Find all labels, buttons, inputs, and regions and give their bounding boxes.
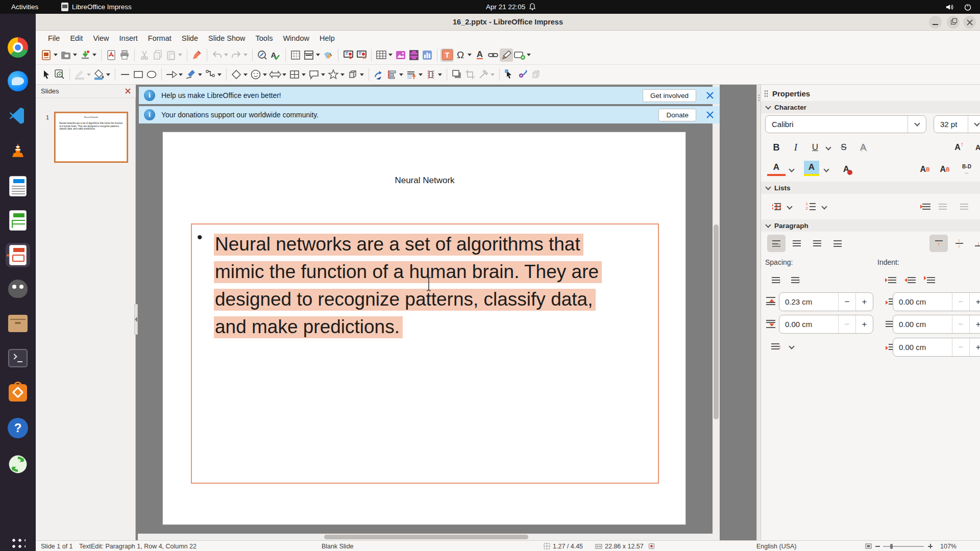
above-spacing-minus[interactable]: − bbox=[838, 293, 855, 311]
line-color-icon[interactable] bbox=[73, 68, 86, 81]
dock-software-center-icon[interactable] bbox=[6, 381, 30, 405]
dock-libreoffice-calc-icon[interactable] bbox=[6, 208, 30, 233]
increase-indent-button[interactable] bbox=[881, 271, 900, 289]
strikethrough-button[interactable]: S bbox=[835, 139, 853, 156]
shadow-button[interactable]: A bbox=[854, 139, 872, 156]
symbol-shapes-icon[interactable] bbox=[249, 68, 262, 81]
language-status[interactable]: English (USA) bbox=[756, 541, 797, 551]
text-line[interactable]: mimic the function of a human brain. The… bbox=[214, 258, 602, 286]
zoom-slider[interactable] bbox=[883, 541, 924, 551]
after-indent-minus[interactable]: − bbox=[952, 315, 969, 333]
show-draw-functions-icon[interactable] bbox=[500, 48, 513, 62]
minimize-button[interactable] bbox=[929, 16, 942, 29]
window-titlebar[interactable]: 16_2.pptx - LibreOffice Impress bbox=[36, 14, 980, 31]
crop-image-icon[interactable] bbox=[463, 68, 477, 81]
highlight-color-button[interactable]: A bbox=[804, 161, 819, 176]
below-spacing-minus[interactable]: − bbox=[838, 315, 855, 333]
paragraph-section-header[interactable]: Paragraph bbox=[761, 219, 980, 232]
font-size-dropdown[interactable] bbox=[968, 116, 980, 133]
first-line-indent-plus[interactable]: + bbox=[969, 338, 980, 356]
sidebar-grip[interactable] bbox=[756, 85, 761, 540]
insert-chart-icon[interactable] bbox=[421, 48, 434, 62]
clock[interactable]: Apr 21 22:05 bbox=[486, 0, 536, 14]
rectangle-icon[interactable] bbox=[132, 68, 145, 81]
before-indent-minus[interactable]: − bbox=[952, 293, 969, 311]
dock-libreoffice-writer-icon[interactable] bbox=[6, 174, 30, 198]
move-down-button[interactable] bbox=[975, 198, 980, 215]
menu-edit[interactable]: Edit bbox=[65, 33, 88, 44]
dock-chrome-icon[interactable] bbox=[6, 35, 30, 60]
new-presentation-icon[interactable] bbox=[40, 48, 53, 62]
insert-image-icon[interactable] bbox=[394, 48, 407, 62]
edit-mode-icon[interactable] bbox=[322, 48, 335, 62]
select-icon[interactable] bbox=[40, 68, 53, 81]
menu-tools[interactable]: Tools bbox=[251, 33, 278, 44]
dock-vlc-icon[interactable] bbox=[6, 138, 30, 163]
superscript-button[interactable]: AB bbox=[916, 161, 934, 178]
to-3d-icon[interactable] bbox=[529, 68, 543, 81]
zoom-pan-icon[interactable] bbox=[53, 68, 66, 81]
donate-button[interactable]: Donate bbox=[658, 109, 696, 121]
decrease-indent-button[interactable] bbox=[901, 271, 919, 289]
slides-panel-close-icon[interactable] bbox=[125, 88, 131, 94]
increase-spacing-button[interactable]: ↕ bbox=[767, 271, 786, 289]
below-spacing-field[interactable]: 0.00 cm − + bbox=[779, 315, 873, 334]
dock-resources-icon[interactable] bbox=[6, 452, 30, 477]
line-spacing-button[interactable]: ↕ bbox=[767, 338, 786, 355]
dock-app-grid-icon[interactable] bbox=[6, 532, 30, 551]
move-up-button[interactable] bbox=[955, 198, 973, 215]
lists-section-header[interactable]: Lists bbox=[761, 182, 980, 194]
curves-polygons-icon[interactable] bbox=[184, 68, 198, 81]
save-icon[interactable] bbox=[79, 48, 92, 62]
menu-window[interactable]: Window bbox=[278, 33, 314, 44]
print-icon[interactable] bbox=[118, 48, 131, 62]
above-spacing-plus[interactable]: + bbox=[855, 293, 873, 311]
shrink-font-button[interactable]: A↓ bbox=[970, 139, 980, 156]
close-button[interactable] bbox=[963, 16, 976, 29]
insert-special-character-icon[interactable]: Ω bbox=[454, 48, 467, 62]
underline-dropdown[interactable] bbox=[825, 144, 831, 150]
font-color-button[interactable]: A bbox=[767, 161, 786, 176]
slide-text-box[interactable]: • Neural networks are a set of algorithm… bbox=[191, 223, 659, 484]
zoom-fit-icon[interactable] bbox=[865, 541, 872, 551]
stars-banners-icon[interactable] bbox=[327, 68, 340, 81]
vertical-align-bottom-button[interactable]: ↓ bbox=[969, 235, 980, 252]
slide-count-status[interactable]: Slide 1 of 1 bbox=[41, 541, 73, 551]
ellipse-icon[interactable] bbox=[145, 68, 158, 81]
zoom-level-status[interactable]: 107% bbox=[940, 541, 957, 551]
gluepoints-icon[interactable] bbox=[516, 68, 529, 81]
arrange-icon[interactable] bbox=[405, 68, 418, 81]
image-filter-icon[interactable] bbox=[477, 68, 490, 81]
grow-font-button[interactable]: A↑ bbox=[950, 139, 968, 156]
font-color-dropdown[interactable] bbox=[789, 166, 794, 172]
connectors-icon[interactable] bbox=[204, 68, 217, 81]
flowchart-icon[interactable] bbox=[288, 68, 301, 81]
vertical-scrollbar-thumb[interactable] bbox=[714, 224, 719, 419]
start-from-current-slide-icon[interactable] bbox=[355, 48, 368, 62]
no-character-format-button[interactable]: A bbox=[839, 161, 857, 178]
distribute-icon[interactable] bbox=[424, 68, 437, 81]
power-icon[interactable] bbox=[964, 0, 972, 14]
cursor-position-status[interactable]: 1.27 / 4.45 bbox=[544, 541, 583, 551]
align-left-button[interactable] bbox=[767, 235, 786, 252]
find-replace-icon[interactable] bbox=[256, 48, 269, 62]
block-arrows-icon[interactable] bbox=[268, 68, 282, 81]
demote-outline-button[interactable] bbox=[912, 198, 930, 215]
insert-media-icon[interactable] bbox=[407, 48, 421, 62]
open-file-icon[interactable] bbox=[59, 48, 72, 62]
first-line-indent-field[interactable]: 0.00 cm − + bbox=[893, 338, 980, 357]
basic-shapes-icon[interactable] bbox=[230, 68, 243, 81]
paste-icon[interactable] bbox=[164, 48, 178, 62]
zoom-in-button[interactable] bbox=[928, 541, 933, 551]
decrease-spacing-button[interactable]: ↕ bbox=[787, 271, 805, 289]
menu-slide[interactable]: Slide bbox=[177, 33, 203, 44]
3d-objects-icon[interactable] bbox=[346, 68, 359, 81]
dock-terminal-icon[interactable] bbox=[6, 346, 30, 370]
spelling-icon[interactable]: A bbox=[269, 48, 282, 62]
export-pdf-icon[interactable] bbox=[105, 48, 118, 62]
start-from-first-slide-icon[interactable] bbox=[341, 48, 355, 62]
hanging-indent-button[interactable] bbox=[920, 271, 939, 289]
unordered-list-dropdown[interactable] bbox=[787, 204, 792, 209]
menu-view[interactable]: View bbox=[88, 33, 114, 44]
points-icon[interactable] bbox=[503, 68, 516, 81]
